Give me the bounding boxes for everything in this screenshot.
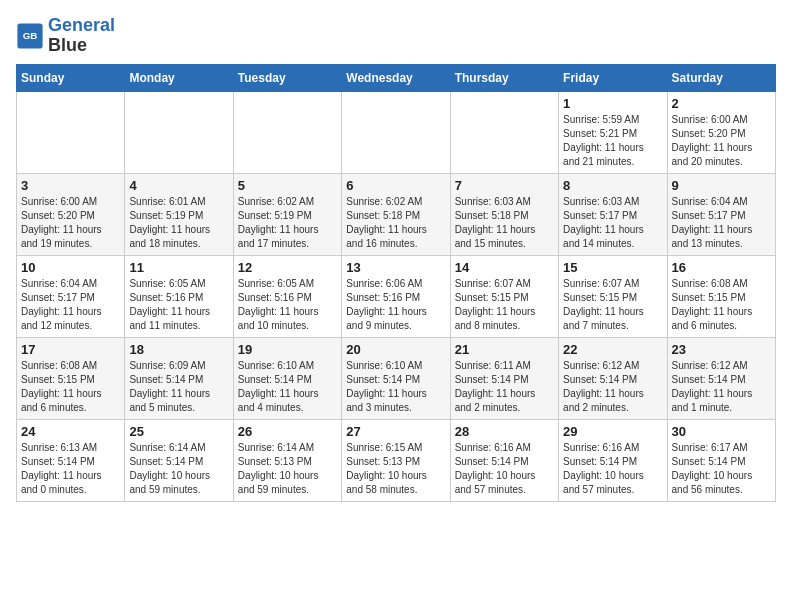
weekday-header: Tuesday [233, 64, 341, 91]
weekday-header: Sunday [17, 64, 125, 91]
calendar-table: SundayMondayTuesdayWednesdayThursdayFrid… [16, 64, 776, 502]
calendar-cell: 14Sunrise: 6:07 AM Sunset: 5:15 PM Dayli… [450, 255, 558, 337]
day-number: 24 [21, 424, 120, 439]
day-number: 25 [129, 424, 228, 439]
day-info: Sunrise: 6:08 AM Sunset: 5:15 PM Dayligh… [21, 359, 120, 415]
day-info: Sunrise: 6:12 AM Sunset: 5:14 PM Dayligh… [672, 359, 771, 415]
day-info: Sunrise: 6:17 AM Sunset: 5:14 PM Dayligh… [672, 441, 771, 497]
calendar-cell: 29Sunrise: 6:16 AM Sunset: 5:14 PM Dayli… [559, 419, 667, 501]
day-number: 21 [455, 342, 554, 357]
calendar-cell [233, 91, 341, 173]
calendar-cell: 8Sunrise: 6:03 AM Sunset: 5:17 PM Daylig… [559, 173, 667, 255]
calendar-cell: 30Sunrise: 6:17 AM Sunset: 5:14 PM Dayli… [667, 419, 775, 501]
calendar-cell: 3Sunrise: 6:00 AM Sunset: 5:20 PM Daylig… [17, 173, 125, 255]
day-number: 9 [672, 178, 771, 193]
calendar-cell: 17Sunrise: 6:08 AM Sunset: 5:15 PM Dayli… [17, 337, 125, 419]
calendar-cell: 6Sunrise: 6:02 AM Sunset: 5:18 PM Daylig… [342, 173, 450, 255]
calendar-week: 3Sunrise: 6:00 AM Sunset: 5:20 PM Daylig… [17, 173, 776, 255]
calendar-cell: 10Sunrise: 6:04 AM Sunset: 5:17 PM Dayli… [17, 255, 125, 337]
logo-icon: GB [16, 22, 44, 50]
logo: GB GeneralBlue [16, 16, 115, 56]
day-info: Sunrise: 6:15 AM Sunset: 5:13 PM Dayligh… [346, 441, 445, 497]
day-info: Sunrise: 6:14 AM Sunset: 5:13 PM Dayligh… [238, 441, 337, 497]
calendar-week: 10Sunrise: 6:04 AM Sunset: 5:17 PM Dayli… [17, 255, 776, 337]
calendar-cell: 9Sunrise: 6:04 AM Sunset: 5:17 PM Daylig… [667, 173, 775, 255]
page-header: GB GeneralBlue [16, 16, 776, 56]
svg-text:GB: GB [23, 30, 38, 41]
calendar-cell: 13Sunrise: 6:06 AM Sunset: 5:16 PM Dayli… [342, 255, 450, 337]
calendar-cell [450, 91, 558, 173]
day-number: 23 [672, 342, 771, 357]
calendar-cell: 2Sunrise: 6:00 AM Sunset: 5:20 PM Daylig… [667, 91, 775, 173]
day-number: 18 [129, 342, 228, 357]
day-number: 14 [455, 260, 554, 275]
calendar-body: 1Sunrise: 5:59 AM Sunset: 5:21 PM Daylig… [17, 91, 776, 501]
day-number: 30 [672, 424, 771, 439]
day-info: Sunrise: 6:01 AM Sunset: 5:19 PM Dayligh… [129, 195, 228, 251]
day-info: Sunrise: 6:00 AM Sunset: 5:20 PM Dayligh… [672, 113, 771, 169]
day-number: 12 [238, 260, 337, 275]
day-info: Sunrise: 6:02 AM Sunset: 5:18 PM Dayligh… [346, 195, 445, 251]
day-number: 11 [129, 260, 228, 275]
calendar-cell: 21Sunrise: 6:11 AM Sunset: 5:14 PM Dayli… [450, 337, 558, 419]
day-number: 6 [346, 178, 445, 193]
calendar-cell: 18Sunrise: 6:09 AM Sunset: 5:14 PM Dayli… [125, 337, 233, 419]
day-info: Sunrise: 6:10 AM Sunset: 5:14 PM Dayligh… [346, 359, 445, 415]
day-number: 8 [563, 178, 662, 193]
day-number: 20 [346, 342, 445, 357]
day-info: Sunrise: 6:08 AM Sunset: 5:15 PM Dayligh… [672, 277, 771, 333]
day-info: Sunrise: 6:16 AM Sunset: 5:14 PM Dayligh… [455, 441, 554, 497]
calendar-cell: 23Sunrise: 6:12 AM Sunset: 5:14 PM Dayli… [667, 337, 775, 419]
day-number: 17 [21, 342, 120, 357]
day-info: Sunrise: 6:05 AM Sunset: 5:16 PM Dayligh… [129, 277, 228, 333]
calendar-cell: 19Sunrise: 6:10 AM Sunset: 5:14 PM Dayli… [233, 337, 341, 419]
day-number: 13 [346, 260, 445, 275]
calendar-cell: 4Sunrise: 6:01 AM Sunset: 5:19 PM Daylig… [125, 173, 233, 255]
calendar-cell [342, 91, 450, 173]
weekday-header: Saturday [667, 64, 775, 91]
day-number: 5 [238, 178, 337, 193]
calendar-cell: 28Sunrise: 6:16 AM Sunset: 5:14 PM Dayli… [450, 419, 558, 501]
day-info: Sunrise: 6:03 AM Sunset: 5:17 PM Dayligh… [563, 195, 662, 251]
day-info: Sunrise: 6:00 AM Sunset: 5:20 PM Dayligh… [21, 195, 120, 251]
day-info: Sunrise: 6:12 AM Sunset: 5:14 PM Dayligh… [563, 359, 662, 415]
calendar-header: SundayMondayTuesdayWednesdayThursdayFrid… [17, 64, 776, 91]
weekday-header: Wednesday [342, 64, 450, 91]
logo-text: GeneralBlue [48, 16, 115, 56]
calendar-cell: 15Sunrise: 6:07 AM Sunset: 5:15 PM Dayli… [559, 255, 667, 337]
calendar-cell: 20Sunrise: 6:10 AM Sunset: 5:14 PM Dayli… [342, 337, 450, 419]
day-number: 15 [563, 260, 662, 275]
day-number: 26 [238, 424, 337, 439]
calendar-cell: 7Sunrise: 6:03 AM Sunset: 5:18 PM Daylig… [450, 173, 558, 255]
calendar-cell: 25Sunrise: 6:14 AM Sunset: 5:14 PM Dayli… [125, 419, 233, 501]
day-number: 10 [21, 260, 120, 275]
calendar-cell: 5Sunrise: 6:02 AM Sunset: 5:19 PM Daylig… [233, 173, 341, 255]
day-info: Sunrise: 6:10 AM Sunset: 5:14 PM Dayligh… [238, 359, 337, 415]
day-number: 28 [455, 424, 554, 439]
weekday-header: Thursday [450, 64, 558, 91]
calendar-cell: 1Sunrise: 5:59 AM Sunset: 5:21 PM Daylig… [559, 91, 667, 173]
day-number: 29 [563, 424, 662, 439]
calendar-cell: 24Sunrise: 6:13 AM Sunset: 5:14 PM Dayli… [17, 419, 125, 501]
day-info: Sunrise: 6:04 AM Sunset: 5:17 PM Dayligh… [672, 195, 771, 251]
day-number: 19 [238, 342, 337, 357]
calendar-cell: 26Sunrise: 6:14 AM Sunset: 5:13 PM Dayli… [233, 419, 341, 501]
day-info: Sunrise: 6:09 AM Sunset: 5:14 PM Dayligh… [129, 359, 228, 415]
calendar-cell: 11Sunrise: 6:05 AM Sunset: 5:16 PM Dayli… [125, 255, 233, 337]
calendar-week: 17Sunrise: 6:08 AM Sunset: 5:15 PM Dayli… [17, 337, 776, 419]
day-info: Sunrise: 5:59 AM Sunset: 5:21 PM Dayligh… [563, 113, 662, 169]
day-number: 4 [129, 178, 228, 193]
day-number: 1 [563, 96, 662, 111]
day-info: Sunrise: 6:07 AM Sunset: 5:15 PM Dayligh… [455, 277, 554, 333]
day-number: 22 [563, 342, 662, 357]
calendar-cell: 27Sunrise: 6:15 AM Sunset: 5:13 PM Dayli… [342, 419, 450, 501]
calendar-cell: 12Sunrise: 6:05 AM Sunset: 5:16 PM Dayli… [233, 255, 341, 337]
day-number: 2 [672, 96, 771, 111]
weekday-header: Monday [125, 64, 233, 91]
day-info: Sunrise: 6:16 AM Sunset: 5:14 PM Dayligh… [563, 441, 662, 497]
day-info: Sunrise: 6:03 AM Sunset: 5:18 PM Dayligh… [455, 195, 554, 251]
calendar-cell [125, 91, 233, 173]
day-info: Sunrise: 6:06 AM Sunset: 5:16 PM Dayligh… [346, 277, 445, 333]
day-info: Sunrise: 6:13 AM Sunset: 5:14 PM Dayligh… [21, 441, 120, 497]
day-info: Sunrise: 6:05 AM Sunset: 5:16 PM Dayligh… [238, 277, 337, 333]
